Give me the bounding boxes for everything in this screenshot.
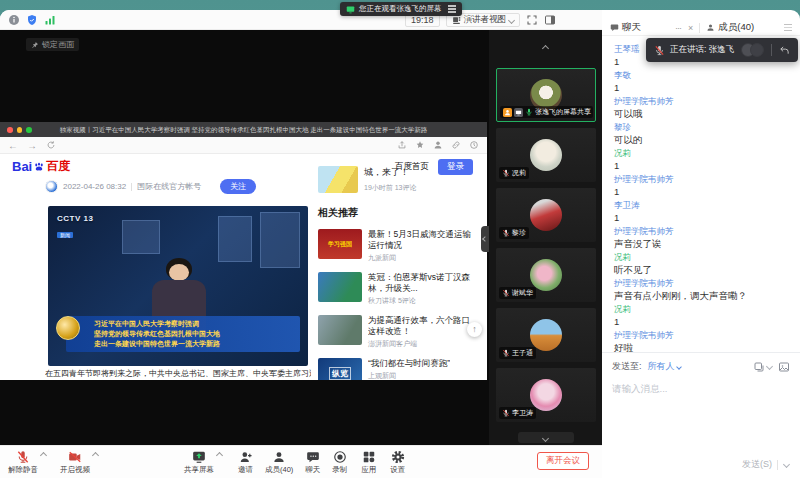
mic-muted-icon	[502, 229, 510, 237]
toolbar-label: 解除静音	[8, 465, 38, 475]
shield-icon[interactable]	[26, 14, 38, 26]
favorite-icon[interactable]	[415, 140, 425, 150]
signal-icon[interactable]	[44, 14, 56, 26]
refresh-icon[interactable]	[46, 140, 56, 150]
info-icon[interactable]	[8, 14, 20, 26]
article-title[interactable]: 英冠：伯恩茅斯vs诺丁汉森林，升级关...	[368, 272, 474, 294]
article-source: 上观新闻	[368, 371, 450, 380]
toolbar-chat[interactable]: 聊天	[305, 450, 320, 475]
pin-view-chip[interactable]: 锁定画面	[26, 38, 79, 51]
toolbar-label: 成员(40)	[265, 465, 293, 475]
close-window-icon[interactable]	[7, 127, 13, 133]
tab-chat[interactable]: 聊天	[622, 21, 641, 34]
fullscreen-icon[interactable]	[526, 14, 538, 26]
image-icon[interactable]	[778, 361, 790, 373]
send-to-label: 发送至:	[612, 360, 642, 373]
chevron-up-icon[interactable]	[216, 451, 223, 458]
participant-tile[interactable]: 谢斌华	[496, 248, 596, 302]
article-title[interactable]: 最新！5月3日威海交通运输运行情况	[368, 229, 474, 251]
history-icon[interactable]	[469, 140, 479, 150]
toolbar-mic-muted[interactable]: 解除静音	[8, 450, 46, 475]
pin-icon	[31, 41, 39, 49]
baidu-logo[interactable]: Bai 百度	[12, 158, 70, 175]
maximize-window-icon[interactable]	[26, 127, 32, 133]
leave-meeting-button[interactable]: 离开会议	[537, 452, 589, 470]
participant-tile[interactable]: 况莉	[496, 128, 596, 182]
browser-title: 独家视频丨习近平在中国人民大学考察时强调 坚持党的领导传承红色基因扎根中国大地 …	[0, 122, 487, 137]
profile-icon[interactable]	[433, 140, 443, 150]
participant-label: 王子通	[499, 347, 536, 359]
browser-titlebar: 独家视频丨习近平在中国人民大学考察时强调 坚持党的领导传承红色基因扎根中国大地 …	[0, 122, 487, 137]
chat-message-text: 1	[614, 160, 788, 172]
participant-tile[interactable]: 王子通	[496, 308, 596, 362]
toolbar-record[interactable]: 录制	[332, 450, 347, 475]
jump-back-icon[interactable]	[779, 45, 790, 56]
toolbar-invite[interactable]: 邀请	[238, 450, 253, 475]
panel-menu-icon[interactable]	[784, 27, 792, 28]
news-video-player[interactable]: CCTV 13 新闻 习近平在中国人民大学考察时强调 坚持党的领导传承红色基因扎…	[48, 206, 308, 366]
traffic-lights[interactable]	[7, 127, 32, 133]
article-title[interactable]: “我们都在与时间赛跑”	[368, 358, 450, 369]
close-icon[interactable]: ×	[688, 23, 693, 33]
speaker-view-icon	[452, 16, 461, 25]
article-thumbnail	[318, 166, 358, 193]
strip-collapse-handle[interactable]	[481, 226, 489, 252]
banner-menu-icon[interactable]	[448, 8, 456, 9]
participant-label: 谢斌华	[499, 287, 536, 299]
meeting-toolbar: 解除静音开启视频共享屏幕邀请成员(40)聊天录制应用设置 离开会议	[0, 445, 602, 478]
minimize-window-icon[interactable]	[17, 127, 23, 133]
link-icon[interactable]	[451, 140, 461, 150]
related-article[interactable]: 英冠：伯恩茅斯vs诺丁汉森林，升级关...秋刀讲球 5评论	[318, 272, 474, 306]
chat-more-icon[interactable]: ···	[675, 23, 681, 33]
speaking-indicator-text: 正在讲话: 张逸飞	[670, 44, 734, 56]
toolbar-camera-muted[interactable]: 开启视频	[60, 450, 98, 475]
article-source-name[interactable]: 国际在线官方帐号	[137, 181, 201, 192]
chevron-up-icon[interactable]	[40, 451, 47, 458]
article-title[interactable]: 为提高通行效率，六个路口这样改造！	[368, 315, 474, 337]
chat-messages[interactable]: 王琴瑶1李敬1护理学院韦帅芳可以哦黎珍可以的况莉1护理学院韦帅芳1李卫涛1护理学…	[602, 36, 800, 352]
participant-tile-presenter[interactable]: 张逸飞的屏幕共享	[496, 68, 596, 122]
article-title[interactable]: 城，来了！	[364, 166, 417, 179]
participant-tile[interactable]: 黎珍	[496, 188, 596, 242]
toolbar-settings[interactable]: 设置	[390, 450, 405, 475]
strip-scroll-up[interactable]	[489, 37, 602, 55]
speaking-indicator[interactable]: 正在讲话: 张逸飞	[646, 38, 798, 62]
titlebar: 19:18 演讲者视图	[0, 10, 602, 30]
forward-icon[interactable]: →	[27, 140, 37, 151]
scroll-to-top-button[interactable]: ↑	[467, 322, 482, 337]
top-story[interactable]: 城，来了！ 19小时前 13评论	[318, 166, 474, 193]
participant-tile[interactable]: 李卫涛	[496, 368, 596, 422]
related-article[interactable]: 学习强国最新！5月3日威海交通运输运行情况九派新闻	[318, 229, 474, 263]
article-thumbnail	[318, 315, 362, 345]
send-button[interactable]: 发送(S)	[742, 458, 772, 471]
article-source: 澎湃新闻客户端	[368, 339, 474, 349]
article-thumbnail: 纵览	[318, 358, 362, 380]
toolbar-share-screen[interactable]: 共享屏幕	[184, 450, 222, 475]
tab-members[interactable]: 成员(40)	[718, 21, 754, 34]
source-avatar[interactable]	[45, 180, 58, 193]
send-options-icon[interactable]	[783, 461, 790, 468]
mic-muted-icon	[654, 45, 665, 56]
share-page-icon[interactable]	[397, 140, 407, 150]
screenshot-icon[interactable]	[753, 361, 765, 373]
chevron-down-icon	[676, 364, 682, 370]
watching-banner[interactable]: 您正在观看张逸飞的屏幕	[340, 2, 462, 16]
chevron-down-icon[interactable]	[766, 363, 773, 370]
strip-scroll-down[interactable]	[518, 432, 574, 443]
chevron-up-icon[interactable]	[92, 451, 99, 458]
back-icon[interactable]: ←	[8, 140, 18, 151]
send-to-selector[interactable]: 所有人	[648, 360, 681, 373]
related-article[interactable]: 纵览“我们都在与时间赛跑”上观新闻	[318, 358, 474, 380]
divider	[131, 183, 132, 191]
toolbar-apps[interactable]: 应用	[361, 450, 376, 475]
divider	[771, 44, 772, 56]
follow-button[interactable]: 关注	[220, 179, 256, 194]
participant-tiles: 张逸飞的屏幕共享 况莉黎珍谢斌华王子通李卫涛	[496, 68, 596, 428]
related-article[interactable]: 为提高通行效率，六个路口这样改造！澎湃新闻客户端	[318, 315, 474, 349]
message-input[interactable]: 请输入消息...	[612, 383, 790, 396]
layout-panel-icon[interactable]	[544, 14, 556, 26]
chevron-down-icon	[542, 435, 549, 442]
chat-message-sender: 况莉	[614, 148, 788, 160]
participants-strip: 张逸飞的屏幕共享 况莉黎珍谢斌华王子通李卫涛	[489, 30, 602, 445]
toolbar-members[interactable]: 成员(40)	[265, 450, 293, 475]
